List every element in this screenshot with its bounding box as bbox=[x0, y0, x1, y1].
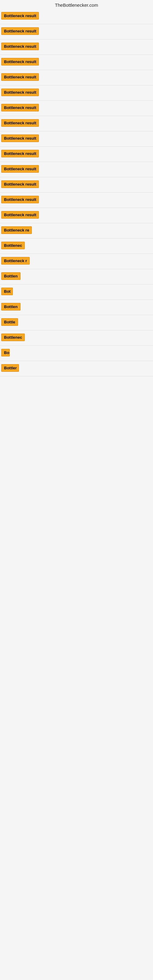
result-row: Bottleneck result bbox=[0, 147, 153, 162]
bottleneck-badge[interactable]: Bottleneck re bbox=[1, 226, 32, 234]
result-row: Bottleneck result bbox=[0, 70, 153, 86]
bottleneck-badge[interactable]: Bottleneck result bbox=[1, 27, 39, 35]
result-row: Bottleneck result bbox=[0, 55, 153, 70]
result-row: Bottlen bbox=[0, 269, 153, 285]
result-row: Bottlenec bbox=[0, 331, 153, 346]
bottleneck-badge[interactable]: Bottleneck result bbox=[1, 150, 39, 158]
bottleneck-badge[interactable]: Bottleneck result bbox=[1, 104, 39, 111]
bottleneck-badge[interactable]: Bottlenec bbox=[1, 334, 25, 341]
bottleneck-badge[interactable]: Bottleneck result bbox=[1, 196, 39, 204]
bottleneck-badge[interactable]: Bottlenec bbox=[1, 242, 25, 249]
result-row: Bottleneck result bbox=[0, 86, 153, 101]
result-row: Bot bbox=[0, 285, 153, 300]
bottleneck-badge[interactable]: Bottler bbox=[1, 364, 19, 372]
result-row: Bottleneck result bbox=[0, 131, 153, 147]
bottleneck-badge[interactable]: Bottleneck result bbox=[1, 211, 39, 219]
bottleneck-badge[interactable]: Bottleneck result bbox=[1, 165, 39, 173]
results-list: Bottleneck resultBottleneck resultBottle… bbox=[0, 9, 153, 376]
site-header: TheBottlenecker.com bbox=[0, 0, 153, 9]
result-row: Bottleneck result bbox=[0, 101, 153, 116]
bottleneck-badge[interactable]: Bo bbox=[1, 349, 10, 356]
result-row: Bo bbox=[0, 346, 153, 361]
result-row: Bottleneck re bbox=[0, 223, 153, 239]
result-row: Bottler bbox=[0, 361, 153, 376]
bottleneck-badge[interactable]: Bottle bbox=[1, 318, 18, 326]
bottleneck-badge[interactable]: Bottleneck result bbox=[1, 58, 39, 65]
result-row: Bottlenec bbox=[0, 239, 153, 254]
result-row: Bottleneck result bbox=[0, 9, 153, 24]
bottleneck-badge[interactable]: Bottleneck r bbox=[1, 257, 30, 265]
result-row: Bottleneck result bbox=[0, 192, 153, 208]
bottleneck-badge[interactable]: Bottleneck result bbox=[1, 12, 39, 20]
result-row: Bottleneck result bbox=[0, 24, 153, 40]
result-row: Bottleneck r bbox=[0, 254, 153, 269]
bottleneck-badge[interactable]: Bottleneck result bbox=[1, 134, 39, 142]
result-row: Bottleneck result bbox=[0, 162, 153, 177]
result-row: Bottlen bbox=[0, 300, 153, 315]
result-row: Bottle bbox=[0, 315, 153, 331]
bottleneck-badge[interactable]: Bottleneck result bbox=[1, 73, 39, 81]
bottleneck-badge[interactable]: Bottleneck result bbox=[1, 89, 39, 96]
site-title: TheBottlenecker.com bbox=[55, 2, 98, 8]
bottleneck-badge[interactable]: Bottleneck result bbox=[1, 43, 39, 50]
result-row: Bottleneck result bbox=[0, 40, 153, 55]
bottleneck-badge[interactable]: Bottleneck result bbox=[1, 180, 39, 188]
bottleneck-badge[interactable]: Bot bbox=[1, 288, 13, 295]
result-row: Bottleneck result bbox=[0, 177, 153, 192]
bottleneck-badge[interactable]: Bottleneck result bbox=[1, 119, 39, 127]
result-row: Bottleneck result bbox=[0, 116, 153, 131]
bottleneck-badge[interactable]: Bottlen bbox=[1, 303, 21, 310]
bottleneck-badge[interactable]: Bottlen bbox=[1, 272, 21, 280]
result-row: Bottleneck result bbox=[0, 208, 153, 223]
